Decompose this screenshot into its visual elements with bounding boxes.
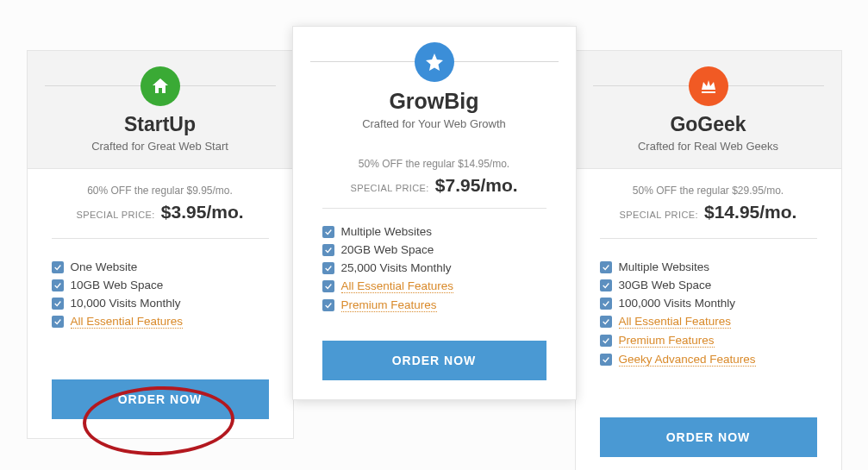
feature-list-growbig: Multiple Websites20GB Web Space25,000 Vi… (322, 222, 546, 315)
home-icon (141, 66, 180, 106)
plan-title: GrowBig (310, 89, 559, 114)
feature-link[interactable]: All Essential Features (619, 315, 732, 329)
feature-text: 25,000 Visits Monthly (341, 261, 452, 274)
feature-item: 10,000 Visits Monthly (52, 294, 269, 312)
pricing-row: StartUp Crafted for Great Web Start 60% … (0, 0, 868, 470)
plan-subtitle: Crafted for Real Web Geeks (593, 140, 824, 153)
feature-text: 20GB Web Space (341, 243, 434, 256)
feature-text: 10,000 Visits Monthly (71, 297, 181, 310)
feature-link[interactable]: Premium Features (341, 298, 437, 312)
feature-item: Multiple Websites (600, 258, 817, 276)
discount-text: 50% OFF the regular $29.95/mo. (600, 185, 817, 197)
feature-text: 100,000 Visits Monthly (619, 297, 736, 310)
plan-body-startup: 60% OFF the regular $9.95/mo. SPECIAL PR… (28, 169, 293, 438)
price-rule (600, 238, 817, 239)
feature-list-startup: One Website10GB Web Space10,000 Visits M… (52, 258, 269, 331)
feature-item: All Essential Features (322, 277, 546, 296)
special-price: SPECIAL PRICE: $14.95/mo. (600, 202, 817, 222)
check-icon (600, 354, 612, 366)
order-button-gogeek[interactable]: ORDER NOW (600, 417, 817, 457)
check-icon (322, 244, 334, 256)
check-icon (52, 261, 64, 273)
special-price-label: SPECIAL PRICE: (620, 210, 698, 220)
check-icon (52, 316, 64, 328)
check-icon (322, 262, 334, 274)
feature-link[interactable]: Premium Features (619, 334, 715, 348)
feature-text: Multiple Websites (619, 260, 710, 273)
check-icon (322, 280, 334, 292)
check-icon (600, 279, 612, 291)
check-icon (52, 279, 64, 291)
feature-item: Premium Features (322, 296, 546, 315)
price-amount: $7.95/mo. (435, 175, 518, 195)
special-price: SPECIAL PRICE: $3.95/mo. (52, 202, 269, 222)
order-button-startup[interactable]: ORDER NOW (52, 379, 269, 419)
price-amount: $3.95/mo. (161, 202, 244, 222)
plan-title: GoGeek (593, 113, 824, 136)
feature-item: 30GB Web Space (600, 276, 817, 294)
feature-item: 100,000 Visits Monthly (600, 294, 817, 312)
special-price-label: SPECIAL PRICE: (76, 210, 154, 220)
plan-subtitle: Crafted for Great Web Start (45, 140, 276, 153)
order-button-growbig[interactable]: ORDER NOW (322, 341, 546, 380)
feature-link[interactable]: All Essential Features (71, 315, 184, 329)
feature-text: 30GB Web Space (619, 279, 712, 291)
plan-body-gogeek: 50% OFF the regular $29.95/mo. SPECIAL P… (576, 169, 841, 470)
check-icon (600, 261, 612, 273)
feature-text: 10GB Web Space (71, 279, 164, 291)
plan-startup: StartUp Crafted for Great Web Start 60% … (27, 50, 294, 439)
plan-header-gogeek: GoGeek Crafted for Real Web Geeks (576, 51, 841, 169)
price-amount: $14.95/mo. (704, 202, 796, 222)
feature-text: Multiple Websites (341, 225, 433, 238)
plan-title: StartUp (45, 113, 276, 136)
special-price: SPECIAL PRICE: $7.95/mo. (322, 175, 546, 196)
price-rule (322, 208, 546, 209)
check-icon (600, 335, 612, 347)
plan-gogeek: GoGeek Crafted for Real Web Geeks 50% OF… (575, 50, 842, 470)
check-icon (600, 316, 612, 328)
discount-text: 50% OFF the regular $14.95/mo. (322, 158, 546, 170)
feature-item: All Essential Features (52, 312, 269, 331)
feature-item: 25,000 Visits Monthly (322, 259, 546, 277)
plan-growbig: GrowBig Crafted for Your Web Growth 50% … (292, 26, 577, 400)
feature-item: 10GB Web Space (52, 276, 269, 294)
plan-header-growbig: GrowBig Crafted for Your Web Growth (293, 27, 576, 146)
feature-item: Geeky Advanced Features (600, 350, 817, 369)
feature-item: One Website (52, 258, 269, 276)
check-icon (600, 298, 612, 310)
star-icon (415, 42, 454, 82)
check-icon (322, 299, 334, 311)
feature-list-gogeek: Multiple Websites30GB Web Space100,000 V… (600, 258, 817, 369)
feature-item: Premium Features (600, 331, 817, 350)
plan-body-growbig: 50% OFF the regular $14.95/mo. SPECIAL P… (293, 146, 576, 399)
special-price-label: SPECIAL PRICE: (350, 183, 428, 193)
feature-item: 20GB Web Space (322, 241, 546, 259)
plan-subtitle: Crafted for Your Web Growth (310, 117, 559, 130)
plan-header-startup: StartUp Crafted for Great Web Start (28, 51, 293, 169)
crown-icon (689, 66, 728, 106)
discount-text: 60% OFF the regular $9.95/mo. (52, 185, 269, 197)
feature-text: One Website (71, 260, 138, 273)
feature-item: All Essential Features (600, 312, 817, 331)
check-icon (52, 298, 64, 310)
feature-link[interactable]: All Essential Features (341, 279, 454, 293)
feature-link[interactable]: Geeky Advanced Features (619, 353, 756, 367)
check-icon (322, 226, 334, 238)
price-rule (52, 238, 269, 239)
feature-item: Multiple Websites (322, 222, 546, 241)
